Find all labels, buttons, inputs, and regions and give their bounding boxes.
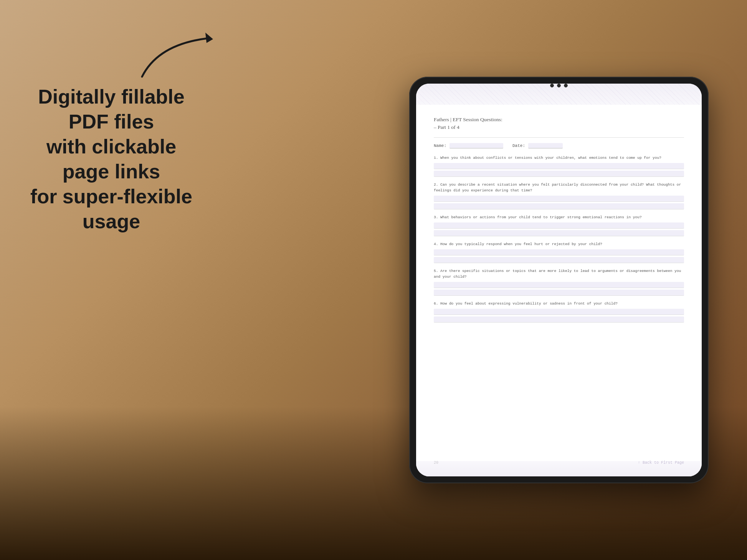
answer-line-1-1[interactable] [434, 163, 684, 169]
tablet-device: Fathers | EFT Session Questions: – Part … [409, 77, 709, 483]
question-text-5: 5. Are there specific situations or topi… [434, 268, 684, 280]
svg-marker-0 [205, 33, 213, 43]
answer-line-2-2[interactable] [434, 203, 684, 209]
question-block-2: 2. Can you describe a recent situation w… [434, 182, 684, 209]
promo-line-2: with clickable page links [46, 135, 176, 183]
answer-line-3-1[interactable] [434, 222, 684, 229]
answer-line-2-1[interactable] [434, 196, 684, 202]
answer-lines-3 [434, 222, 684, 236]
pdf-title: Fathers | EFT Session Questions: [434, 117, 684, 123]
pdf-document: Fathers | EFT Session Questions: – Part … [416, 84, 702, 476]
answer-line-1-2[interactable] [434, 171, 684, 177]
camera-dot-1 [550, 84, 554, 87]
pdf-content: Fathers | EFT Session Questions: – Part … [434, 117, 684, 465]
promo-text: Digitally fillable PDF files with clicka… [23, 84, 200, 234]
tablet-screen: Fathers | EFT Session Questions: – Part … [416, 84, 702, 476]
question-block-1: 1. When you think about conflicts or ten… [434, 155, 684, 177]
promo-line-1: Digitally fillable PDF files [38, 86, 184, 133]
answer-line-6-2[interactable] [434, 316, 684, 323]
pdf-bottom-ornament [416, 461, 702, 476]
question-text-2: 2. Can you describe a recent situation w… [434, 182, 684, 193]
question-text-6: 6. How do you feel about expressing vuln… [434, 301, 684, 306]
answer-line-4-1[interactable] [434, 249, 684, 255]
camera-dot-2 [557, 84, 561, 87]
promo-text-block: Digitally fillable PDF files with clicka… [23, 84, 200, 234]
answer-line-5-2[interactable] [434, 290, 684, 296]
answer-lines-4 [434, 249, 684, 263]
pdf-divider [434, 137, 684, 138]
question-text-3: 3. What behaviors or actions from your c… [434, 215, 684, 220]
answer-lines-1 [434, 163, 684, 177]
promo-line-3: for super-flexible usage [30, 185, 192, 232]
name-input-field[interactable] [450, 143, 503, 148]
date-label: Date: [512, 143, 525, 148]
question-block-5: 5. Are there specific situations or topi… [434, 268, 684, 296]
question-text-4: 4. How do you typically respond when you… [434, 242, 684, 247]
question-text-1: 1. When you think about conflicts or ten… [434, 155, 684, 161]
name-label: Name: [434, 143, 446, 148]
tablet-camera-bar [550, 84, 568, 87]
date-input-field[interactable] [528, 143, 563, 148]
answer-line-5-1[interactable] [434, 282, 684, 288]
answer-lines-2 [434, 196, 684, 209]
arrow-icon [131, 23, 230, 92]
question-block-4: 4. How do you typically respond when you… [434, 242, 684, 263]
pdf-questions-list: 1. When you think about conflicts or ten… [434, 155, 684, 456]
pdf-subtitle: – Part 1 of 4 [434, 124, 684, 130]
question-block-3: 3. What behaviors or actions from your c… [434, 215, 684, 236]
pdf-fields-row: Name: Date: [434, 143, 684, 148]
answer-line-3-2[interactable] [434, 230, 684, 236]
answer-line-6-1[interactable] [434, 309, 684, 315]
answer-lines-5 [434, 282, 684, 296]
answer-line-4-2[interactable] [434, 257, 684, 263]
camera-dot-3 [564, 84, 568, 87]
question-block-6: 6. How do you feel about expressing vuln… [434, 301, 684, 323]
answer-lines-6 [434, 309, 684, 323]
tablet-container: Fathers | EFT Session Questions: – Part … [402, 15, 716, 545]
